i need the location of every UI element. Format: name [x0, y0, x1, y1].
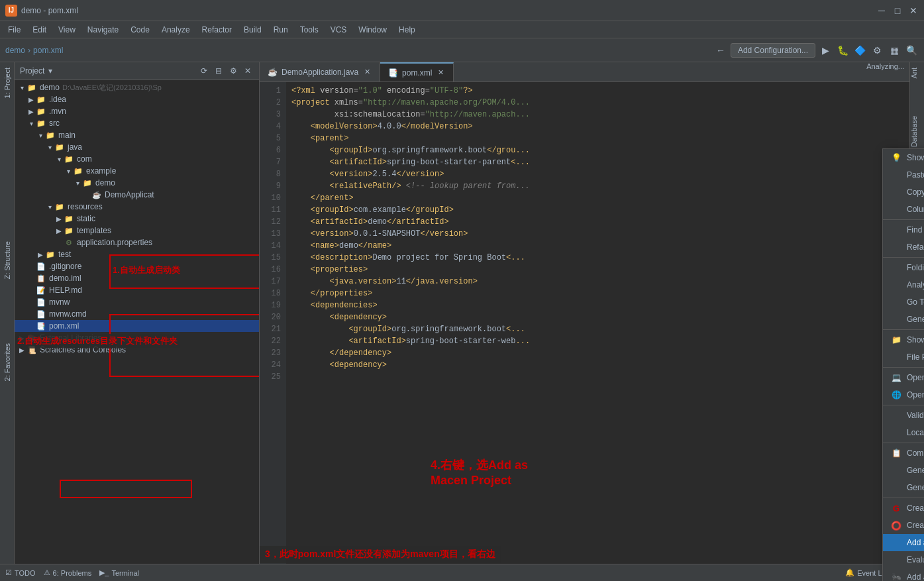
- cm-validate[interactable]: Validate: [883, 407, 924, 424]
- cm-analyze[interactable]: Analyze ▶: [883, 276, 924, 293]
- tree-app-properties[interactable]: ⚙ application.properties: [15, 237, 259, 248]
- cm-find-usages[interactable]: Find Usages Alt+F7: [883, 221, 924, 238]
- cm-sep-7: [883, 498, 924, 498]
- code-editor[interactable]: 12345 678910 1112131415 1617181920 21222…: [260, 82, 909, 564]
- tree-demo-application[interactable]: ☕ DemoApplicat: [15, 189, 259, 201]
- tree-mvnw[interactable]: 📄 mvnw: [15, 296, 259, 308]
- tree-mvn[interactable]: ▶ 📁 .mvn: [15, 105, 259, 117]
- layout-icon[interactable]: ▦: [887, 43, 901, 58]
- toolbar-icons: ▶ 🐛 🔷 ⚙ ▦ 🔍: [818, 43, 919, 58]
- menu-window[interactable]: Window: [353, 24, 392, 36]
- project-dropdown-icon[interactable]: ▾: [48, 66, 52, 76]
- tree-scratches[interactable]: ▶ 📜 Scratches and Consoles: [15, 344, 259, 356]
- close-button[interactable]: ✕: [908, 5, 919, 16]
- menu-run[interactable]: Run: [268, 24, 293, 36]
- cm-paste[interactable]: Paste Ctrl+V: [883, 166, 924, 184]
- tree-demo-folder[interactable]: ▾ 📁 demo: [15, 177, 259, 189]
- tree-main[interactable]: ▾ 📁 main: [15, 129, 259, 141]
- menu-analyze[interactable]: Analyze: [156, 24, 195, 36]
- cm-local-history[interactable]: Local History ▶: [883, 424, 924, 441]
- menu-vcs[interactable]: VCS: [325, 24, 352, 36]
- cm-goto[interactable]: Go To ▶: [883, 293, 924, 311]
- cm-add-ant-build[interactable]: 🐜 Add as Ant Build File: [883, 568, 924, 581]
- menu-navigate[interactable]: Navigate: [82, 24, 124, 36]
- tree-mvnw-cmd[interactable]: 📄 mvnw.cmd: [15, 308, 259, 320]
- close-panel-icon[interactable]: ✕: [242, 65, 254, 77]
- tree-templates[interactable]: ▶ 📁 templates: [15, 225, 259, 237]
- cm-open-terminal[interactable]: 💻 Open in Terminal: [883, 369, 924, 386]
- cm-create-gist-2[interactable]: ⭕ Create Gist...: [883, 517, 924, 534]
- cm-file-path[interactable]: File Path Ctrl+Alt+F12: [883, 348, 924, 366]
- gist-g-icon: G: [891, 503, 901, 513]
- menu-code[interactable]: Code: [125, 24, 155, 36]
- tree-pom-xml[interactable]: 📑 pom.xml: [15, 320, 259, 332]
- minimize-button[interactable]: ─: [876, 5, 887, 16]
- cm-sep-2: [883, 257, 924, 258]
- cm-show-in-explorer[interactable]: 📁 Show in Explorer: [883, 331, 924, 348]
- terminal-button[interactable]: ▶_ Terminal: [99, 568, 139, 577]
- tree-gitignore[interactable]: 📄 .gitignore: [15, 260, 259, 272]
- problems-button[interactable]: ⚠ 6: Problems: [44, 568, 92, 577]
- cm-generate-dtd[interactable]: Generate DTD from XML File: [883, 462, 924, 479]
- cm-evaluate-xpath[interactable]: Evaluate XPath... Ctrl+Alt+X, E: [883, 551, 924, 568]
- sync-icon[interactable]: ⟳: [198, 65, 210, 77]
- title-bar-left: IJ demo - pom.xml: [5, 5, 78, 17]
- menu-file[interactable]: File: [3, 24, 26, 36]
- menu-build[interactable]: Build: [238, 24, 267, 36]
- tab-close-pom[interactable]: ✕: [436, 68, 445, 78]
- tree-resources[interactable]: ▾ 📁 resources: [15, 201, 259, 213]
- cm-create-gist-1[interactable]: G Create Gist...: [883, 500, 924, 517]
- tree-external-libs[interactable]: ▶ 📚 External Libraries: [15, 332, 259, 344]
- cm-generate[interactable]: Generate... Alt+Insert: [883, 311, 924, 328]
- ant-tab[interactable]: Ant: [910, 62, 924, 84]
- back-icon[interactable]: ←: [713, 43, 728, 58]
- tree-com[interactable]: ▾ 📁 com: [15, 153, 259, 165]
- tree-demo-iml[interactable]: 📋 demo.iml: [15, 272, 259, 284]
- cm-compare-clipboard[interactable]: 📋 Compare with Clipboard: [883, 445, 924, 462]
- coverage-button[interactable]: 🔷: [852, 43, 867, 58]
- menu-help[interactable]: Help: [393, 24, 421, 36]
- add-configuration-button[interactable]: Add Configuration...: [731, 43, 815, 58]
- tab-demo-app-label: DemoApplication.java: [282, 68, 358, 77]
- settings-icon[interactable]: ⚙: [227, 65, 239, 77]
- tree-test[interactable]: ▶ 📁 test: [15, 248, 259, 260]
- database-tab[interactable]: Database: [910, 111, 924, 152]
- structure-tab[interactable]: Z: Structure: [0, 236, 14, 284]
- cm-show-context-actions[interactable]: 💡 Show Context Actions Alt+Enter: [883, 149, 924, 166]
- todo-button[interactable]: ☑ TODO: [5, 568, 36, 577]
- project-header-icons: ⟳ ⊟ ⚙ ✕: [198, 65, 254, 77]
- cm-generate-xsd[interactable]: Generate XSD Schema from XML File...: [883, 479, 924, 496]
- tab-close-demo-app[interactable]: ✕: [362, 68, 372, 77]
- menu-tools[interactable]: Tools: [295, 24, 324, 36]
- debug-button[interactable]: 🐛: [835, 43, 850, 58]
- favorites-tab[interactable]: 2: Favorites: [0, 338, 14, 386]
- tree-java[interactable]: ▾ 📁 java: [15, 141, 259, 153]
- run-button[interactable]: ▶: [818, 43, 833, 58]
- menu-refactor[interactable]: Refactor: [197, 24, 237, 36]
- tree-help-md[interactable]: 📝 HELP.md: [15, 284, 259, 296]
- collapse-icon[interactable]: ⊟: [213, 65, 225, 77]
- settings-icon[interactable]: ⚙: [870, 43, 884, 58]
- tab-pom-xml[interactable]: 📑 pom.xml ✕: [380, 62, 454, 81]
- tree-static[interactable]: ▶ 📁 static: [15, 213, 259, 225]
- breadcrumb-file[interactable]: pom.xml: [33, 46, 63, 55]
- cm-copy-paste-special[interactable]: Copy / Paste Special ▶: [883, 184, 924, 201]
- cm-column-selection[interactable]: Column Selection Mode Alt+Shift+Insert: [883, 201, 924, 218]
- tree-root[interactable]: ▾ 📁 demo D:\JavaEE\笔记(20210316)\Sp: [15, 81, 259, 93]
- cm-folding[interactable]: Folding ▶: [883, 259, 924, 276]
- breadcrumb-project[interactable]: demo: [5, 46, 25, 55]
- menu-view[interactable]: View: [53, 24, 81, 36]
- tree-example[interactable]: ▾ 📁 example: [15, 165, 259, 177]
- search-icon[interactable]: 🔍: [904, 43, 919, 58]
- code-content: <?xml version="1.0" encoding="UTF-8"?> <…: [286, 82, 909, 564]
- tab-demo-application[interactable]: ☕ DemoApplication.java ✕: [260, 62, 380, 81]
- maximize-button[interactable]: □: [892, 5, 903, 16]
- tree-idea[interactable]: ▶ 📁 .idea: [15, 93, 259, 105]
- project-tab[interactable]: 1: Project: [0, 62, 14, 103]
- tree-src[interactable]: ▾ 📁 src: [15, 117, 259, 129]
- cm-open-browser[interactable]: 🌐 Open in Browser ▶: [883, 386, 924, 403]
- cm-add-maven-project[interactable]: Add as Maven Project: [883, 534, 924, 551]
- cm-refactor[interactable]: Refactor ▶: [883, 238, 924, 256]
- menu-edit[interactable]: Edit: [27, 24, 52, 36]
- browser-icon: 🌐: [891, 390, 901, 400]
